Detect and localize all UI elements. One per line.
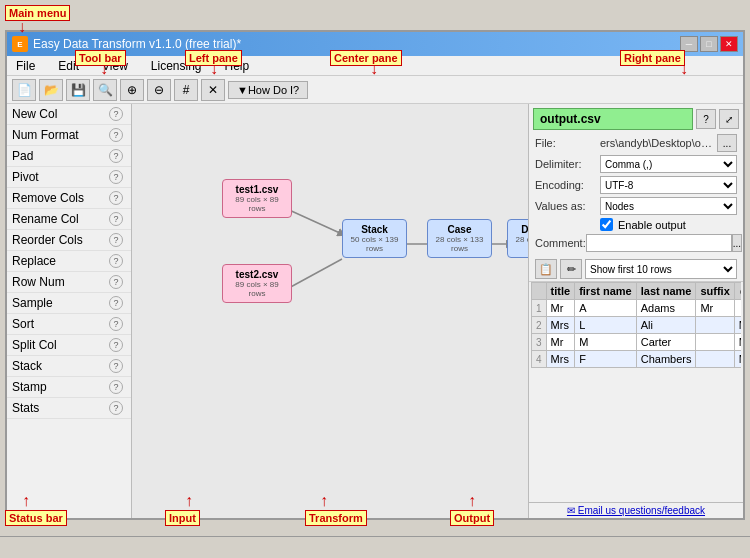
menu-view[interactable]: View — [98, 57, 132, 75]
toolbar: 📄 📂 💾 🔍 ⊕ ⊖ # ✕ ▼How Do I? — [7, 76, 743, 104]
left-item-stats[interactable]: Stats ? — [7, 398, 131, 419]
open-button[interactable]: 📂 — [39, 79, 63, 101]
help-icon-remove-cols[interactable]: ? — [109, 191, 123, 205]
left-item-pivot[interactable]: Pivot ? — [7, 167, 131, 188]
table-row: 3 Mr M Carter Mr — [532, 334, 742, 351]
values-select[interactable]: Nodes Leaves — [600, 197, 737, 215]
title-bar-title: E Easy Data Transform v1.1.0 (free trial… — [12, 36, 241, 52]
help-icon-replace[interactable]: ? — [109, 254, 123, 268]
help-icon-pivot[interactable]: ? — [109, 170, 123, 184]
comment-input[interactable] — [586, 234, 732, 252]
right-copy-button[interactable]: 📋 — [535, 259, 557, 279]
stack-node[interactable]: Stack 50 cols × 139 rows — [342, 219, 407, 258]
col-header-title: title — [546, 283, 575, 300]
how-do-i-button[interactable]: ▼How Do I? — [228, 81, 308, 99]
comment-dots-button[interactable]: ... — [732, 234, 742, 252]
delimiter-select[interactable]: Comma (,) Tab Semicolon — [600, 155, 737, 173]
left-item-stamp[interactable]: Stamp ? — [7, 377, 131, 398]
right-expand-button[interactable]: ⤢ — [719, 109, 739, 129]
enable-output-row: Enable output — [535, 218, 737, 231]
left-item-sample[interactable]: Sample ? — [7, 293, 131, 314]
col-header-lastname: last name — [636, 283, 696, 300]
left-item-row-num[interactable]: Row Num ? — [7, 272, 131, 293]
menu-file[interactable]: File — [12, 57, 39, 75]
left-item-split-col[interactable]: Split Col ? — [7, 335, 131, 356]
menu-help[interactable]: Help — [221, 57, 254, 75]
close-button[interactable]: ✕ — [720, 36, 738, 52]
left-item-pad[interactable]: Pad ? — [7, 146, 131, 167]
left-item-reorder-cols[interactable]: Reorder Cols ? — [7, 230, 131, 251]
file-value: ers\andyb\Desktop\output.csv — [600, 137, 717, 149]
case-info: 28 cols × 133 rows — [434, 235, 485, 253]
table-row: 2 Mrs L Ali Mrs — [532, 317, 742, 334]
help-icon-stamp[interactable]: ? — [109, 380, 123, 394]
stack-title: Stack — [349, 224, 400, 235]
test1-title: test1.csv — [229, 184, 285, 195]
left-item-new-col[interactable]: New Col ? — [7, 104, 131, 125]
help-icon-sample[interactable]: ? — [109, 296, 123, 310]
email-link[interactable]: ✉ Email us questions/feedback — [534, 505, 738, 516]
test1-node[interactable]: test1.csv 89 cols × 89 rows — [222, 179, 292, 218]
dedupe-node[interactable]: Dedupe 28 cols × 133 rows — [507, 219, 528, 258]
save-button[interactable]: 💾 — [66, 79, 90, 101]
left-item-rename-col[interactable]: Rename Col ? — [7, 209, 131, 230]
stack-info: 50 cols × 139 rows — [349, 235, 400, 253]
case-title: Case — [434, 224, 485, 235]
help-icon-num-format[interactable]: ? — [109, 128, 123, 142]
main-menu-annotation: Main menu — [5, 5, 70, 21]
svg-line-0 — [287, 209, 342, 234]
right-help-button[interactable]: ? — [696, 109, 716, 129]
delimiter-row: Delimiter: Comma (,) Tab Semicolon — [535, 155, 737, 173]
app-logo: E — [12, 36, 28, 52]
help-icon-stack[interactable]: ? — [109, 359, 123, 373]
grid-button[interactable]: # — [174, 79, 198, 101]
stop-button[interactable]: ✕ — [201, 79, 225, 101]
zoom-out-button[interactable]: ⊖ — [147, 79, 171, 101]
left-item-replace[interactable]: Replace ? — [7, 251, 131, 272]
left-item-stack[interactable]: Stack ? — [7, 356, 131, 377]
center-pane[interactable]: test1.csv 89 cols × 89 rows test2.csv 89… — [132, 104, 528, 518]
comment-label: Comment: — [535, 237, 586, 249]
help-icon-split-col[interactable]: ? — [109, 338, 123, 352]
new-button[interactable]: 📄 — [12, 79, 36, 101]
test2-title: test2.csv — [229, 269, 285, 280]
dedupe-info: 28 cols × 133 rows — [514, 235, 528, 253]
case-node[interactable]: Case 28 cols × 133 rows — [427, 219, 492, 258]
encoding-label: Encoding: — [535, 179, 600, 191]
file-label: File: — [535, 137, 600, 149]
table-row: 1 Mr A Adams Mr — [532, 300, 742, 317]
maximize-button[interactable]: □ — [700, 36, 718, 52]
left-item-remove-cols[interactable]: Remove Cols ? — [7, 188, 131, 209]
help-icon-row-num[interactable]: ? — [109, 275, 123, 289]
file-browse-button[interactable]: ... — [717, 134, 737, 152]
help-icon-rename-col[interactable]: ? — [109, 212, 123, 226]
data-table: title first name last name suffix dis 1 … — [531, 282, 741, 502]
zoom-in-button[interactable]: 🔍 — [93, 79, 117, 101]
table-row: 4 Mrs F Chambers Mrs — [532, 351, 742, 368]
enable-output-checkbox[interactable] — [600, 218, 613, 231]
encoding-select[interactable]: UTF-8 UTF-16 ASCII — [600, 176, 737, 194]
test2-node[interactable]: test2.csv 89 cols × 89 rows — [222, 264, 292, 303]
values-row: Values as: Nodes Leaves — [535, 197, 737, 215]
left-item-sort[interactable]: Sort ? — [7, 314, 131, 335]
minimize-button[interactable]: ─ — [680, 36, 698, 52]
help-icon-pad[interactable]: ? — [109, 149, 123, 163]
dedupe-title: Dedupe — [514, 224, 528, 235]
zoom-in2-button[interactable]: ⊕ — [120, 79, 144, 101]
help-icon-stats[interactable]: ? — [109, 401, 123, 415]
right-edit-button[interactable]: ✏ — [560, 259, 582, 279]
menu-edit[interactable]: Edit — [54, 57, 83, 75]
help-icon-sort[interactable]: ? — [109, 317, 123, 331]
help-icon-reorder-cols[interactable]: ? — [109, 233, 123, 247]
left-item-num-format[interactable]: Num Format ? — [7, 125, 131, 146]
flow-connections — [132, 104, 528, 518]
show-rows-select[interactable]: Show first 10 rows Show first 50 rows Sh… — [585, 259, 737, 279]
flow-area: test1.csv 89 cols × 89 rows test2.csv 89… — [132, 104, 528, 518]
output-filename: output.csv — [540, 112, 601, 126]
help-icon-new-col[interactable]: ? — [109, 107, 123, 121]
output-table: title first name last name suffix dis 1 … — [531, 282, 741, 368]
test2-info: 89 cols × 89 rows — [229, 280, 285, 298]
menu-licensing[interactable]: Licensing — [147, 57, 206, 75]
left-pane: New Col ? Num Format ? Pad ? Pivot ? Rem… — [7, 104, 132, 518]
values-label: Values as: — [535, 200, 600, 212]
